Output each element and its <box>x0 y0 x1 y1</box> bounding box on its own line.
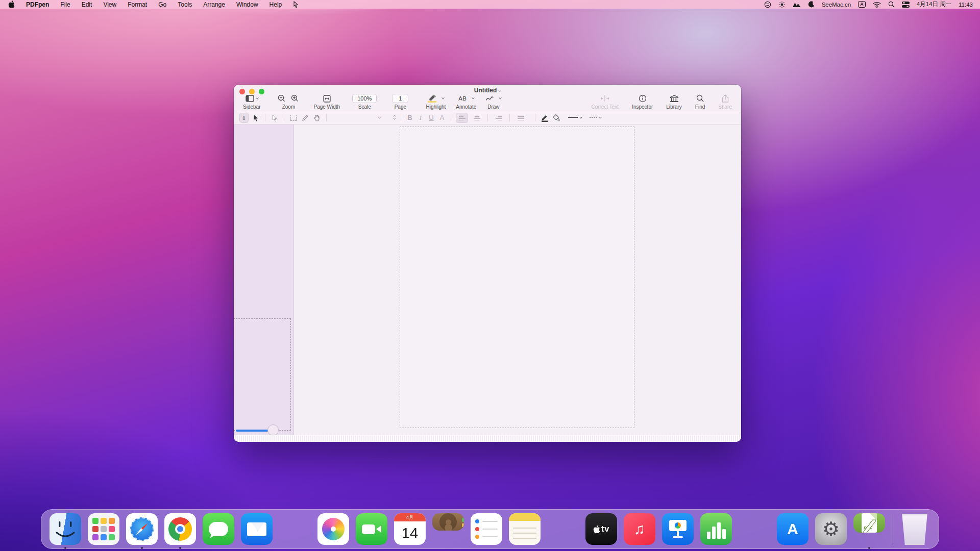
chevron-down-icon[interactable] <box>442 96 445 99</box>
focus-moon-icon[interactable] <box>808 1 815 8</box>
dock-photos[interactable] <box>317 513 349 545</box>
pencil-tool-button[interactable] <box>301 113 309 122</box>
menubar-date[interactable]: 4月14日 周一 <box>917 1 951 8</box>
window-title[interactable]: Untitled <box>234 87 741 94</box>
select-tool-button[interactable] <box>252 113 260 122</box>
menu-app-name[interactable]: PDFpen <box>26 1 49 8</box>
dock-contacts[interactable] <box>432 513 464 545</box>
menu-help[interactable]: Help <box>270 1 282 8</box>
window-header: Untitled Sidebar Zoom <box>234 85 741 111</box>
format-bar: I B I U A <box>234 111 741 124</box>
dock-system-preferences[interactable]: ⚙ <box>815 513 847 545</box>
dock-sketch-app[interactable] <box>547 513 579 545</box>
window-content <box>234 124 741 435</box>
menu-extra-circle-icon[interactable] <box>764 1 771 8</box>
menu-tools[interactable]: Tools <box>178 1 192 8</box>
menubar-time[interactable]: 11:43 <box>959 2 973 8</box>
dock-mail[interactable] <box>241 513 273 545</box>
menu-arrange[interactable]: Arrange <box>203 1 225 8</box>
align-justify-button[interactable] <box>515 113 526 122</box>
scale-value-field[interactable]: 100% <box>352 94 377 103</box>
font-family-select[interactable] <box>332 116 381 119</box>
status-site-text[interactable]: SeeMac.cn <box>822 2 851 8</box>
slider-thumb[interactable] <box>267 424 279 436</box>
cursor-tool-icon <box>293 1 299 8</box>
input-source-switcher[interactable]: A <box>858 1 866 8</box>
dock-notes[interactable] <box>509 513 541 545</box>
solid-line-icon <box>568 117 578 118</box>
menu-window[interactable]: Window <box>236 1 258 8</box>
align-right-button[interactable] <box>493 113 504 122</box>
line-style-select[interactable] <box>568 117 582 119</box>
chevron-down-icon[interactable] <box>472 96 475 99</box>
dock-calendar[interactable]: 4月 14 <box>394 513 426 545</box>
thumbnail-sidebar[interactable] <box>234 124 294 435</box>
highlighter-icon <box>428 94 437 103</box>
running-indicator <box>179 547 181 549</box>
line-color-button[interactable] <box>541 113 549 122</box>
dock-trash[interactable] <box>899 513 930 545</box>
align-center-button[interactable] <box>471 113 482 122</box>
dock-messages[interactable] <box>203 513 234 545</box>
library-button[interactable]: Library <box>666 93 682 110</box>
underline-button[interactable]: U <box>428 114 435 121</box>
dock-app-store[interactable]: A <box>777 513 808 545</box>
document-area[interactable] <box>295 124 741 435</box>
hand-tool-button[interactable] <box>313 113 321 122</box>
italic-button[interactable]: I <box>417 114 424 122</box>
page-width-button[interactable]: Page Width <box>313 93 340 110</box>
menu-edit[interactable]: Edit <box>82 1 92 8</box>
zoom-out-button[interactable] <box>278 94 286 103</box>
dock-pdfpen[interactable]: PDF <box>853 513 885 545</box>
sidebar-toggle-button[interactable]: Sidebar <box>243 93 260 110</box>
font-size-stepper[interactable] <box>394 115 396 120</box>
running-indicator <box>868 547 870 549</box>
brightness-icon[interactable] <box>778 1 786 8</box>
mountains-icon[interactable] <box>793 1 801 8</box>
dock: 4月 14 <box>41 509 939 549</box>
text-style-button[interactable]: A <box>438 114 446 121</box>
chevron-down-icon <box>256 96 259 99</box>
marquee-select-tool-button[interactable] <box>289 113 298 122</box>
dock-maps[interactable] <box>279 513 311 545</box>
dock-reminders[interactable] <box>471 513 502 545</box>
dock-launchpad[interactable] <box>88 513 119 545</box>
dock-keynote[interactable] <box>662 513 694 545</box>
page-number-field[interactable]: 1 <box>392 94 408 103</box>
calendar-month: 4月 <box>394 513 426 521</box>
dock-pages[interactable] <box>739 513 770 545</box>
chevron-down-icon[interactable] <box>499 96 502 99</box>
apple-logo-icon[interactable] <box>8 1 15 8</box>
line-ending-select[interactable] <box>590 117 601 119</box>
draw-button[interactable]: Draw <box>485 93 501 110</box>
find-button[interactable]: Find <box>695 93 705 110</box>
blank-page[interactable] <box>400 127 634 428</box>
text-tool-button[interactable]: I <box>240 113 248 122</box>
dock-music[interactable]: ♫ <box>624 513 655 545</box>
inspector-button[interactable]: Inspector <box>632 93 653 110</box>
menu-file[interactable]: File <box>60 1 70 8</box>
wifi-icon[interactable] <box>873 1 881 8</box>
spotlight-search-icon[interactable] <box>888 1 895 8</box>
menu-view[interactable]: View <box>103 1 116 8</box>
bold-button[interactable]: B <box>406 114 413 121</box>
dock-safari[interactable] <box>126 513 158 545</box>
menu-format[interactable]: Format <box>128 1 147 8</box>
dock-numbers[interactable] <box>700 513 732 545</box>
dock-chrome[interactable] <box>164 513 196 545</box>
apple-glyph <box>593 525 600 534</box>
object-select-tool-button[interactable] <box>271 113 279 122</box>
page-width-icon <box>323 95 331 103</box>
fill-color-button[interactable] <box>552 113 560 122</box>
zoom-group: Zoom <box>278 93 299 110</box>
dock-apple-tv[interactable]: tv <box>585 513 617 545</box>
highlight-button[interactable]: Highlight <box>426 93 446 110</box>
control-center-icon[interactable] <box>902 1 910 8</box>
menu-go[interactable]: Go <box>158 1 166 8</box>
dock-facetime[interactable] <box>356 513 387 545</box>
zoom-in-button[interactable] <box>291 94 299 103</box>
annotate-button[interactable]: AB Annotate <box>456 93 476 110</box>
sidebar-icon <box>246 95 254 102</box>
dock-finder[interactable] <box>50 513 81 545</box>
align-left-button[interactable] <box>456 113 468 122</box>
